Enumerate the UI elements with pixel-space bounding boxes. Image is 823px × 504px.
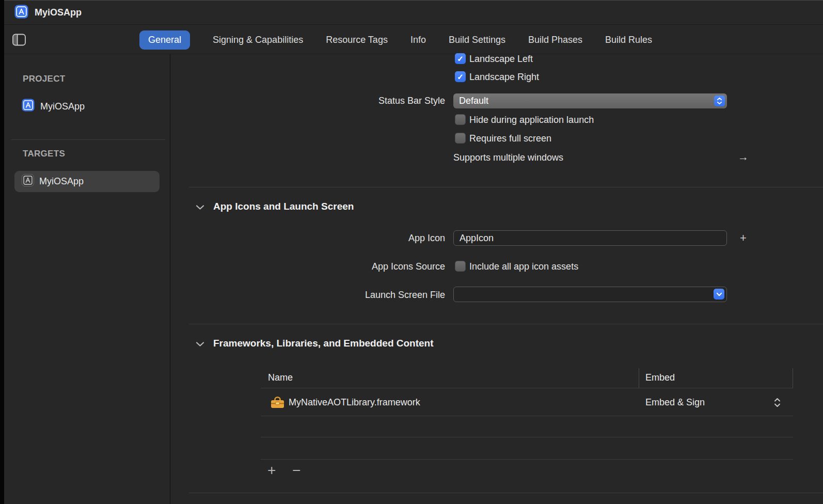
- app-icon-field[interactable]: AppIcon: [453, 230, 727, 246]
- landscape-left-checkbox[interactable]: ✓: [455, 53, 466, 64]
- tab-bar: General Signing & Capabilities Resource …: [4, 25, 823, 54]
- sidebar-item-target[interactable]: MyiOSApp: [14, 171, 160, 192]
- table-row-divider: [261, 416, 793, 416]
- tab-signing-capabilities[interactable]: Signing & Capabilities: [213, 35, 303, 45]
- requires-full-screen-checkbox[interactable]: [455, 133, 466, 144]
- status-bar-style-popup[interactable]: Default: [453, 93, 727, 108]
- target-app-icon: [22, 174, 34, 189]
- remove-framework-button[interactable]: −: [292, 463, 300, 478]
- table-bottom-divider: [261, 459, 793, 460]
- hide-during-launch-label: Hide during application launch: [469, 115, 594, 125]
- app-icons-source-label: App Icons Source: [372, 261, 445, 272]
- toolbox-icon: [271, 396, 284, 411]
- tab-general[interactable]: General: [139, 30, 190, 50]
- section-divider: [189, 324, 823, 324]
- check-icon: ✓: [457, 72, 464, 82]
- launch-screen-file-combo[interactable]: [453, 287, 727, 302]
- tab-info[interactable]: Info: [410, 35, 426, 45]
- status-bar-style-value: Default: [459, 96, 488, 106]
- project-navigator-sidebar: PROJECT MyiOSApp TARGETS MyiOSApp: [4, 54, 170, 504]
- landscape-right-label: Landscape Right: [469, 72, 539, 83]
- column-header-name[interactable]: Name: [268, 372, 293, 383]
- launch-screen-file-label: Launch Screen File: [365, 290, 445, 301]
- xcode-window: MyiOSApp General Signing & Capabilities …: [0, 0, 823, 504]
- project-icon: [22, 99, 35, 114]
- sidebar-toggle-icon[interactable]: [12, 34, 26, 46]
- app-icon-value: AppIcon: [460, 233, 494, 243]
- include-all-app-icon-assets-checkbox[interactable]: [455, 261, 466, 272]
- column-divider: [793, 368, 793, 388]
- app-project-icon: [14, 5, 28, 21]
- app-icon-label: App Icon: [408, 233, 445, 244]
- table-header-divider: [261, 388, 793, 388]
- sidebar-item-project[interactable]: MyiOSApp: [22, 99, 85, 114]
- status-bar-style-label: Status Bar Style: [378, 96, 445, 106]
- embed-updown-chevron-icon[interactable]: [774, 398, 781, 410]
- tab-build-settings[interactable]: Build Settings: [449, 35, 505, 45]
- chevron-down-icon[interactable]: [196, 340, 204, 349]
- section-divider: [189, 187, 823, 187]
- tab-build-phases[interactable]: Build Phases: [528, 35, 582, 45]
- table-row-divider: [261, 437, 793, 437]
- sidebar-divider: [11, 139, 165, 140]
- arrow-right-icon[interactable]: →: [738, 151, 749, 163]
- hide-during-launch-checkbox[interactable]: [455, 114, 466, 125]
- targets-section-header: TARGETS: [23, 149, 65, 159]
- include-all-app-icon-assets-label: Include all app icon assets: [469, 261, 578, 272]
- project-section-header: PROJECT: [23, 74, 65, 84]
- window-left-edge: [0, 0, 4, 504]
- tab-build-rules[interactable]: Build Rules: [605, 35, 652, 45]
- column-divider[interactable]: [639, 368, 639, 388]
- window-title: MyiOSApp: [35, 7, 82, 18]
- embed-setting-value[interactable]: Embed & Sign: [645, 397, 705, 408]
- add-app-icon-button[interactable]: +: [740, 231, 747, 245]
- landscape-left-label: Landscape Left: [469, 54, 533, 65]
- tab-resource-tags[interactable]: Resource Tags: [326, 35, 388, 45]
- sidebar-project-label: MyiOSApp: [40, 101, 85, 112]
- popup-updown-icon: [714, 96, 725, 106]
- frameworks-section-title: Frameworks, Libraries, and Embedded Cont…: [213, 338, 434, 349]
- section-divider: [189, 493, 823, 493]
- framework-name: MyNativeAOTLibrary.framework: [289, 397, 420, 408]
- requires-full-screen-label: Requires full screen: [469, 133, 551, 144]
- check-icon: ✓: [457, 54, 464, 64]
- sidebar-target-label: MyiOSApp: [39, 176, 84, 187]
- add-framework-button[interactable]: +: [267, 463, 276, 478]
- chevron-down-icon[interactable]: [196, 203, 204, 212]
- titlebar: MyiOSApp: [4, 1, 823, 25]
- supports-multiple-windows-label: Supports multiple windows: [453, 152, 563, 163]
- app-icons-section-title: App Icons and Launch Screen: [213, 201, 354, 212]
- landscape-right-checkbox[interactable]: ✓: [455, 71, 466, 82]
- tab-strip: General Signing & Capabilities Resource …: [139, 25, 652, 54]
- combo-chevron-down-icon[interactable]: [714, 289, 724, 300]
- column-header-embed[interactable]: Embed: [645, 372, 675, 383]
